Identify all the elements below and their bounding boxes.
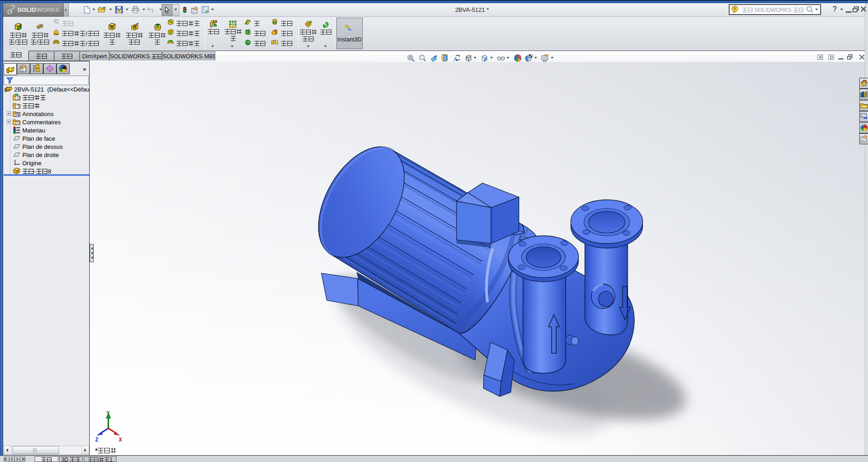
svg-text:X: X <box>119 437 122 442</box>
svg-text:A: A <box>453 56 457 62</box>
svg-text:Z: Z <box>95 437 98 442</box>
svg-text:?: ? <box>733 7 736 12</box>
svg-text:A: A <box>16 112 19 117</box>
svg-text:Y: Y <box>107 411 110 417</box>
